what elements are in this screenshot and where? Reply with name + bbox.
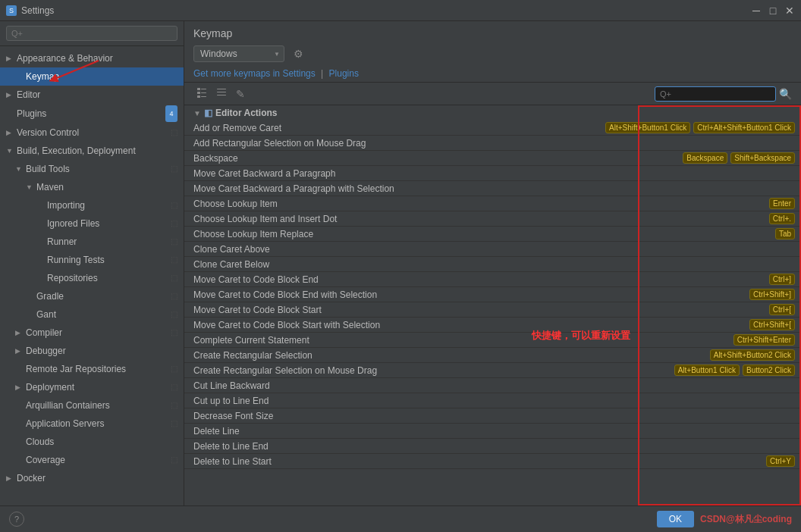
action-name: Cut Line Backward: [193, 380, 270, 391]
sidebar-item-coverage[interactable]: Coverage ⬚: [0, 451, 184, 469]
sidebar-label: Clouds: [26, 434, 54, 449]
table-row[interactable]: Move Caret Backward a Paragraph with Sel…: [184, 181, 801, 196]
shortcut-badge: Ctrl+.: [769, 213, 795, 224]
table-row[interactable]: Delete Line: [184, 424, 801, 439]
table-row[interactable]: Backspace Backspace Shift+Backspace: [184, 151, 801, 166]
editor-icon: ◧: [204, 108, 212, 118]
svg-rect-3: [197, 92, 200, 94]
svg-rect-1: [197, 88, 200, 90]
shortcut-badge: Ctrl+]: [769, 274, 795, 285]
sidebar-item-deployment[interactable]: ▶ Deployment ⬚: [0, 378, 184, 396]
help-button[interactable]: ?: [9, 512, 24, 527]
plugins-link[interactable]: Plugins: [329, 68, 359, 79]
minimize-button[interactable]: ─: [751, 5, 762, 16]
svg-rect-5: [197, 95, 200, 98]
page-icon: ⬚: [171, 252, 177, 268]
sidebar-item-build-tools[interactable]: ▼ Build Tools ⬚: [0, 160, 184, 178]
shortcut-badge: Backspace: [683, 152, 727, 164]
table-row[interactable]: Add or Remove Caret Alt+Shift+Button1 Cl…: [184, 120, 801, 136]
action-name: Add or Remove Caret: [193, 123, 281, 133]
action-name: Cut up to Line End: [193, 396, 269, 406]
sidebar-item-gradle[interactable]: Gradle ⬚: [0, 287, 184, 305]
table-row[interactable]: Cut Line Backward: [184, 378, 801, 393]
table-row[interactable]: Decrease Font Size: [184, 408, 801, 424]
sidebar-item-appearance[interactable]: ▶ Appearance & Behavior: [0, 49, 184, 67]
action-name: Move Caret Backward a Paragraph: [193, 168, 335, 179]
sidebar-item-runner[interactable]: Runner ⬚: [0, 233, 184, 251]
sidebar-label: Build Tools: [26, 161, 70, 177]
search-options-button[interactable]: 🔍: [779, 88, 792, 100]
arrow-icon: ▶: [6, 87, 15, 102]
edit-shortcut-button[interactable]: ✎: [233, 86, 248, 102]
table-row[interactable]: Choose Lookup Item and Insert Dot Ctrl+.: [184, 211, 801, 227]
section-label: Editor Actions: [215, 108, 278, 118]
sidebar-item-app-servers[interactable]: Application Servers ⬚: [0, 415, 184, 433]
arrow-icon: ▶: [6, 125, 15, 140]
action-name: Move Caret Backward a Paragraph with Sel…: [193, 183, 394, 194]
action-name: Backspace: [193, 153, 238, 164]
maximize-button[interactable]: □: [768, 5, 778, 16]
table-row[interactable]: Cut up to Line End: [184, 393, 801, 408]
sidebar-label: Keymap: [26, 69, 59, 84]
page-icon: ⬚: [171, 380, 177, 395]
keymap-gear-button[interactable]: ⚙: [291, 46, 306, 61]
shortcut-badge: Alt+Button1 Click: [674, 365, 740, 376]
table-row[interactable]: Delete to Line End: [184, 439, 801, 454]
table-row[interactable]: Clone Caret Above: [184, 242, 801, 257]
sidebar-item-importing[interactable]: Importing ⬚: [0, 196, 184, 214]
sidebar-item-gant[interactable]: Gant ⬚: [0, 305, 184, 324]
page-icon: ⬚: [171, 289, 177, 304]
sidebar-item-running-tests[interactable]: Running Tests ⬚: [0, 251, 184, 269]
sidebar-item-remote-jar[interactable]: Remote Jar Repositories ⬚: [0, 360, 184, 378]
sidebar-item-editor[interactable]: ▶ Editor: [0, 86, 184, 104]
page-icon: ⬚: [171, 198, 177, 213]
action-name: Move Caret to Code Block End: [193, 274, 319, 285]
close-button[interactable]: ✕: [784, 5, 795, 16]
arrow-icon: ▶: [15, 325, 24, 340]
table-row[interactable]: Complete Current Statement Ctrl+Shift+En…: [184, 333, 801, 348]
sidebar-item-plugins[interactable]: Plugins 4: [0, 104, 184, 124]
action-name: Move Caret to Code Block Start: [193, 305, 322, 315]
shortcut-badge: Alt+Shift+Button2 Click: [710, 349, 795, 361]
expand-all-button[interactable]: [193, 86, 210, 102]
action-name: Add Rectangular Selection on Mouse Drag: [193, 138, 366, 149]
page-icon: ⬚: [171, 398, 177, 413]
table-row[interactable]: Move Caret to Code Block End with Select…: [184, 287, 801, 302]
action-name: Delete to Line Start: [193, 456, 272, 467]
table-row[interactable]: Move Caret to Code Block Start with Sele…: [184, 318, 801, 333]
sidebar-item-compiler[interactable]: ▶ Compiler ⬚: [0, 324, 184, 342]
sidebar-item-ignored-files[interactable]: Ignored Files ⬚: [0, 214, 184, 233]
sidebar-item-version-control[interactable]: ▶ Version Control ⬚: [0, 124, 184, 142]
table-row[interactable]: Clone Caret Below: [184, 257, 801, 272]
sidebar-item-arquillian[interactable]: Arquillian Containers ⬚: [0, 396, 184, 415]
settings-link[interactable]: Get more keymaps in Settings: [193, 68, 316, 79]
shortcut-badge: Ctrl+[: [769, 304, 795, 315]
table-row[interactable]: Delete to Line Start Ctrl+Y: [184, 454, 801, 469]
sidebar-item-clouds[interactable]: Clouds: [0, 433, 184, 451]
page-icon: ⬚: [171, 271, 177, 286]
table-row[interactable]: Move Caret to Code Block Start Ctrl+[: [184, 302, 801, 318]
arrow-icon: ▶: [6, 471, 15, 486]
table-row[interactable]: Create Rectangular Selection on Mouse Dr…: [184, 363, 801, 378]
sidebar-item-keymap[interactable]: Keymap: [0, 67, 184, 86]
shortcut-badge: Shift+Backspace: [730, 152, 795, 164]
sidebar-item-repositories[interactable]: Repositories ⬚: [0, 269, 184, 287]
collapse-all-button[interactable]: [213, 86, 230, 102]
sidebar-search-input[interactable]: [6, 26, 177, 41]
table-row[interactable]: Choose Lookup Item Enter: [184, 196, 801, 211]
keymap-select[interactable]: Windows: [193, 45, 284, 62]
table-row[interactable]: Create Rectangular Selection Alt+Shift+B…: [184, 348, 801, 363]
table-row[interactable]: Move Caret Backward a Paragraph: [184, 166, 801, 181]
keymap-table: ▼ ◧ Editor Actions Add or Remove Caret A…: [184, 105, 801, 505]
sidebar-item-build-exec[interactable]: ▼ Build, Execution, Deployment: [0, 142, 184, 160]
ok-button[interactable]: OK: [657, 511, 694, 527]
keymap-search-input[interactable]: [655, 86, 776, 102]
sidebar-item-maven[interactable]: ▼ Maven: [0, 178, 184, 196]
editor-actions-section[interactable]: ▼ ◧ Editor Actions: [184, 105, 801, 120]
arrow-icon: ▼: [6, 143, 15, 158]
sidebar-item-debugger[interactable]: ▶ Debugger: [0, 342, 184, 360]
table-row[interactable]: Add Rectangular Selection on Mouse Drag: [184, 136, 801, 151]
sidebar-item-docker[interactable]: ▶ Docker: [0, 469, 184, 487]
table-row[interactable]: Move Caret to Code Block End Ctrl+]: [184, 272, 801, 287]
table-row[interactable]: Choose Lookup Item Replace Tab: [184, 227, 801, 242]
